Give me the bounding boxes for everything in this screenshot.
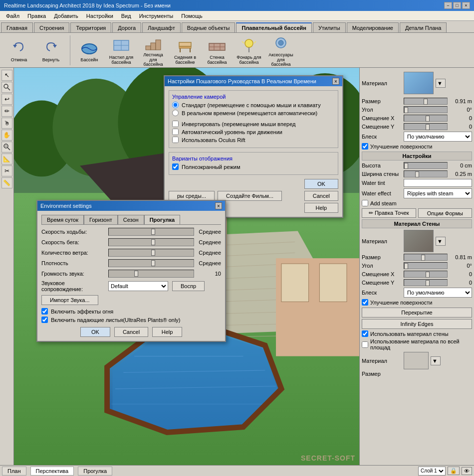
tab-season[interactable]: Сезон: [118, 215, 144, 224]
edit-points-button[interactable]: ✏ Правка Точек: [362, 208, 416, 218]
tab-walk[interactable]: Прогулка: [144, 215, 181, 224]
maximize-button[interactable]: □: [453, 2, 461, 9]
layer-btn-1[interactable]: 🔒: [448, 467, 460, 475]
radio-standard-input[interactable]: [172, 102, 179, 108]
mat2-dropdown-btn[interactable]: ▼: [431, 356, 441, 365]
add-steam-checkbox[interactable]: Add steam: [362, 200, 472, 206]
close-button[interactable]: ×: [462, 2, 470, 9]
select-tool[interactable]: ↖: [1, 70, 12, 81]
status-tab-walk[interactable]: Прогулка: [78, 467, 112, 476]
wizard-cancel-button[interactable]: Cancel: [304, 191, 338, 201]
shape-options-button[interactable]: Опции Формы: [418, 208, 473, 218]
cover-button[interactable]: Перекрытие: [362, 308, 472, 317]
check-fullscreen[interactable]: Полноэкранный режим: [172, 163, 335, 170]
tab-modeling[interactable]: Моделирование: [347, 22, 399, 32]
wizard-titlebar[interactable]: Настройки Пошагового Руководства В Реаль…: [165, 76, 342, 86]
menu-help[interactable]: Помощь: [177, 12, 207, 20]
water-effect-dropdown[interactable]: Ripples with steam: [404, 188, 472, 198]
wall-improve-checkbox[interactable]: Улучшение поверхности: [362, 299, 472, 306]
check-autolevel-input[interactable]: [172, 129, 179, 135]
status-tab-plan[interactable]: План: [2, 467, 26, 476]
ruler-tool[interactable]: 📏: [1, 177, 12, 188]
water-tint-swatch[interactable]: [404, 179, 472, 187]
use-wall-mat-checkbox[interactable]: Использовать материал стены: [362, 330, 472, 337]
offset-y-slider[interactable]: [404, 123, 448, 130]
check-invert[interactable]: Инвертировать (перемещение мыши вперед: [172, 121, 335, 127]
tab-utilities[interactable]: Утилиты: [313, 22, 346, 32]
menu-add[interactable]: Добавить: [50, 12, 82, 20]
menu-tools[interactable]: Инструменты: [135, 12, 178, 20]
wizard-help-button[interactable]: Help: [304, 203, 338, 213]
layer-select[interactable]: Слой 1: [418, 467, 446, 476]
draw-tool[interactable]: ✏: [1, 106, 12, 117]
tab-territory[interactable]: Территория: [70, 22, 111, 32]
wall-offset-x-slider[interactable]: [404, 271, 448, 278]
fire-effects-input[interactable]: [41, 308, 48, 315]
angle-slider[interactable]: [404, 106, 448, 113]
check-invert-input[interactable]: [172, 121, 179, 127]
tab-landscape[interactable]: Ландшафт: [142, 22, 181, 32]
undo-button[interactable]: Отмена: [4, 37, 34, 64]
env-titlebar[interactable]: Environment settings ×: [37, 201, 225, 211]
menu-settings[interactable]: Настройки: [82, 12, 117, 20]
tab-plan-details[interactable]: Детали Плана: [400, 22, 447, 32]
wall-material-swatch[interactable]: [404, 230, 434, 252]
tab-water[interactable]: Водные объекты: [182, 22, 236, 32]
measure-tool[interactable]: 📐: [1, 154, 12, 164]
check-autolevel[interactable]: Автоматический уровень при движении: [172, 129, 335, 135]
wall-angle-slider[interactable]: [404, 262, 448, 269]
height-slider[interactable]: [404, 162, 448, 169]
gloss-dropdown[interactable]: По умолчанию: [404, 132, 472, 142]
wall-improve-input[interactable]: [362, 299, 368, 306]
menu-view[interactable]: Вид: [117, 12, 135, 20]
wind-slider[interactable]: [108, 249, 194, 257]
wall-size-slider[interactable]: [404, 254, 448, 261]
check-oculus[interactable]: Использовать Oculus Rift: [172, 137, 335, 143]
wall-gloss-dropdown[interactable]: По умолчанию: [404, 288, 472, 298]
use-wall-mat-input[interactable]: [362, 330, 368, 337]
use-all-area-checkbox[interactable]: Использование материала по всей площад: [362, 338, 472, 350]
tab-time[interactable]: Время суток: [41, 215, 84, 224]
mat2-swatch[interactable]: [404, 352, 429, 369]
radio-realtime[interactable]: В реальном времени (перемещается автомат…: [172, 110, 335, 116]
fire-effects-check[interactable]: Включить эффекты огня: [41, 308, 221, 315]
tab-pool[interactable]: Плавательный бассейн: [236, 22, 312, 32]
env-cancel-button[interactable]: Cancel: [114, 327, 148, 337]
walk-speed-slider[interactable]: [108, 228, 194, 236]
pan-tool[interactable]: ✋: [1, 130, 12, 141]
check-fullscreen-input[interactable]: [172, 163, 179, 170]
material-dropdown-btn[interactable]: ▼: [436, 79, 446, 88]
accessories-button[interactable]: Аксессуары для бассейна: [266, 32, 296, 69]
sound-volume-slider[interactable]: [108, 270, 194, 278]
stairs-button[interactable]: Лестница для бассейна: [138, 32, 168, 69]
offset-x-slider[interactable]: [404, 115, 448, 122]
tile-button[interactable]: Настил для бассейна: [106, 34, 136, 66]
pool-button[interactable]: Бассейн: [74, 37, 104, 64]
redo-button[interactable]: Вернуть: [36, 37, 66, 64]
density-slider[interactable]: [108, 259, 194, 267]
zoom-tool[interactable]: [1, 82, 12, 93]
menu-file[interactable]: Файл: [2, 12, 23, 20]
env-ok-button[interactable]: OK: [80, 327, 110, 337]
tab-buildings[interactable]: Строения: [34, 22, 70, 32]
improve-input[interactable]: [362, 143, 368, 150]
radio-standard[interactable]: Стандарт (перемещение с помощью мыши и к…: [172, 102, 335, 108]
add-steam-input[interactable]: [362, 200, 368, 206]
wall-width-slider[interactable]: [404, 170, 448, 177]
wall-offset-y-slider[interactable]: [404, 279, 448, 286]
sound-accomp-dropdown[interactable]: Default: [108, 281, 168, 291]
wizard-ok-button[interactable]: OK: [304, 179, 338, 189]
film-btn[interactable]: Создайте Фильм...: [218, 191, 282, 201]
minimize-button[interactable]: −: [444, 2, 452, 9]
infinity-edges-button[interactable]: Infinity Edges: [362, 319, 472, 329]
leaves-input[interactable]: [41, 317, 48, 323]
env-close-button[interactable]: ×: [215, 202, 222, 209]
wizard-close-button[interactable]: ×: [332, 78, 339, 85]
menu-edit[interactable]: Правка: [23, 12, 50, 20]
undo-tool[interactable]: ↩: [1, 94, 12, 105]
use-all-area-input[interactable]: [362, 341, 368, 348]
run-speed-slider[interactable]: [108, 238, 194, 246]
env-help-button[interactable]: Help: [152, 327, 182, 337]
leaves-check[interactable]: Включить падающие листья(UltraRes Plants…: [41, 317, 221, 323]
layer-btn-2[interactable]: 👁: [462, 467, 472, 475]
